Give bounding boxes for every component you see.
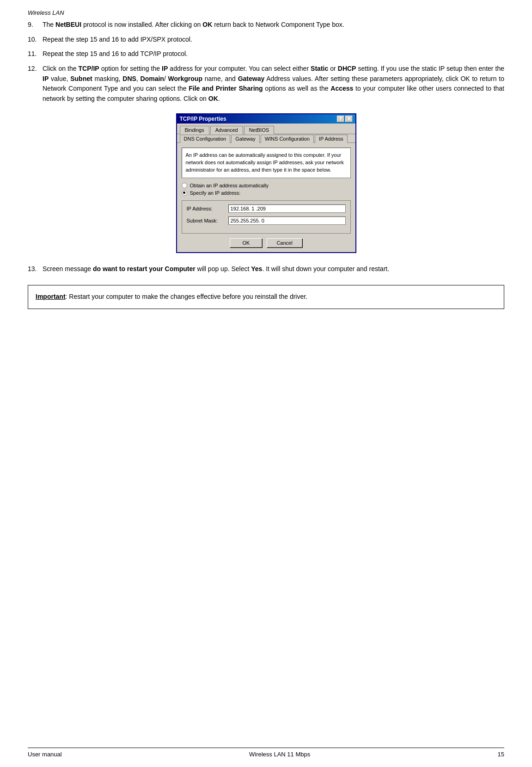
tcp-ip-dialog[interactable]: TCP/IP Properties ? ✕ Bindings Advanced … — [176, 113, 356, 253]
item-text: The NetBEUI protocol is now installed. A… — [43, 20, 504, 30]
item-text: Screen message do want to restart your C… — [43, 264, 504, 274]
list-item: 13. Screen message do want to restart yo… — [28, 264, 504, 274]
page-header: Wireless LAN — [28, 9, 504, 16]
tab-advanced[interactable]: Advanced — [210, 126, 243, 134]
dialog-buttons: OK Cancel — [182, 238, 351, 247]
item-number: 9. — [28, 20, 43, 30]
item-text: Repeat the step 15 and 16 to add TCP/IP … — [43, 49, 504, 59]
close-button[interactable]: ✕ — [345, 116, 353, 122]
tab-dns-config[interactable]: DNS Configuration — [180, 135, 231, 143]
list-item: 11. Repeat the step 15 and 16 to add TCP… — [28, 49, 504, 59]
radio-specify-button[interactable] — [182, 190, 187, 196]
dialog-body: An IP address can be automatically assig… — [177, 143, 355, 252]
info-box: An IP address can be automatically assig… — [182, 148, 351, 178]
footer-right: 15 — [498, 751, 504, 758]
ip-address-input[interactable] — [228, 204, 346, 213]
item-number: 11. — [28, 49, 43, 59]
tab-bindings[interactable]: Bindings — [180, 126, 209, 134]
tab-ip-address[interactable]: IP Address — [315, 135, 348, 143]
radio-auto[interactable]: Obtain an IP address automatically — [182, 183, 351, 188]
tab-wins-config[interactable]: WINS Configuration — [261, 135, 314, 143]
subnet-mask-input[interactable] — [228, 216, 346, 225]
dialog-title-bar: TCP/IP Properties ? ✕ — [177, 114, 355, 124]
list-item: 9. The NetBEUI protocol is now installed… — [28, 20, 504, 30]
important-box: Important: Restart your computer to make… — [28, 285, 504, 309]
help-button[interactable]: ? — [337, 116, 344, 122]
ok-button[interactable]: OK — [230, 238, 262, 247]
list-item: 12. Click on the TCP/IP option for setti… — [28, 64, 504, 104]
page-container: Wireless LAN 9. The NetBEUI protocol is … — [0, 0, 532, 767]
dialog-container: TCP/IP Properties ? ✕ Bindings Advanced … — [28, 113, 504, 253]
ip-fields-group: IP Address: Subnet Mask: — [182, 200, 351, 234]
tab-gateway[interactable]: Gateway — [231, 135, 259, 143]
radio-specify[interactable]: Specify an IP address: — [182, 190, 351, 196]
title-buttons: ? ✕ — [337, 116, 353, 122]
footer-center: Wireless LAN 11 Mbps — [249, 751, 310, 758]
item-number: 13. — [28, 264, 43, 274]
page-footer: User manual Wireless LAN 11 Mbps 15 — [28, 748, 504, 758]
ip-address-label: IP Address: — [187, 206, 228, 211]
item-number: 12. — [28, 64, 43, 104]
subnet-mask-row: Subnet Mask: — [187, 216, 346, 225]
item-text: Repeat the step 15 and 16 to add IPX/SPX… — [43, 35, 504, 45]
subnet-mask-label: Subnet Mask: — [187, 218, 228, 223]
tabs-row1: Bindings Advanced NetBIOS — [177, 124, 355, 134]
footer-left: User manual — [28, 751, 62, 758]
list-item: 10. Repeat the step 15 and 16 to add IPX… — [28, 35, 504, 45]
important-text: : Restart your computer to make the chan… — [66, 293, 307, 300]
item-number: 10. — [28, 35, 43, 45]
radio-group: Obtain an IP address automatically Speci… — [182, 183, 351, 196]
tab-netbios[interactable]: NetBIOS — [244, 126, 274, 134]
ip-address-row: IP Address: — [187, 204, 346, 213]
cancel-button[interactable]: Cancel — [267, 238, 302, 247]
radio-auto-label: Obtain an IP address automatically — [190, 183, 269, 188]
dialog-title: TCP/IP Properties — [180, 116, 226, 122]
content-section: 9. The NetBEUI protocol is now installed… — [28, 20, 504, 309]
important-label: Important — [36, 293, 66, 300]
item-text: Click on the TCP/IP option for setting t… — [43, 64, 504, 104]
tabs-row2: DNS Configuration Gateway WINS Configura… — [177, 134, 355, 143]
radio-auto-button[interactable] — [182, 183, 187, 188]
radio-specify-label: Specify an IP address: — [190, 190, 241, 196]
